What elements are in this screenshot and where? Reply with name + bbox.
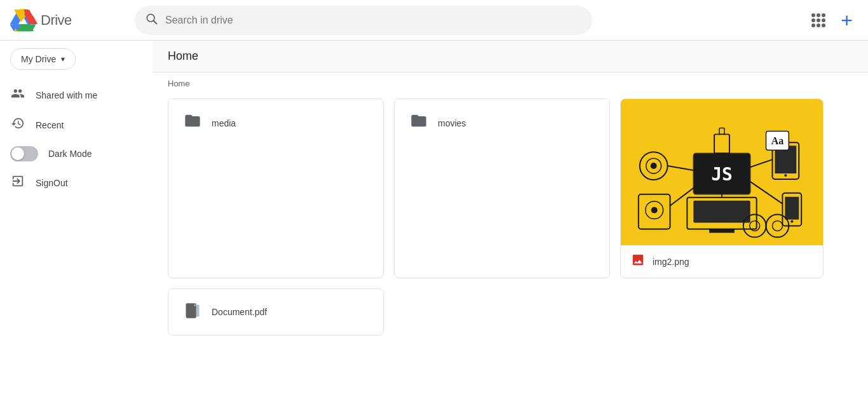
header: Drive + xyxy=(0,0,868,41)
shared-with-me-icon xyxy=(10,86,25,104)
sign-out-item[interactable]: SignOut xyxy=(0,168,153,198)
folder-icon xyxy=(410,112,428,134)
image-card-footer-img2: img2.png xyxy=(621,245,823,278)
file-card-movies-body: movies xyxy=(395,99,609,147)
sidebar-item-shared-with-me[interactable]: Shared with me xyxy=(0,80,145,110)
logo-text: Drive xyxy=(41,12,72,29)
file-name-media: media xyxy=(212,118,236,128)
svg-point-19 xyxy=(784,174,787,177)
recent-icon xyxy=(10,116,25,133)
svg-text:Aa: Aa xyxy=(771,135,783,146)
breadcrumb: Home xyxy=(153,72,868,98)
folder-icon xyxy=(184,112,201,134)
sign-out-label: SignOut xyxy=(36,178,68,188)
file-card-img2[interactable]: JS xyxy=(620,98,824,278)
grid-dots-icon xyxy=(811,13,825,27)
image-file-icon xyxy=(631,253,645,270)
sidebar-item-recent-label: Recent xyxy=(36,120,64,130)
pdf-file-icon xyxy=(184,302,201,322)
sidebar-item-shared-with-me-label: Shared with me xyxy=(36,90,97,100)
file-card-document-body: Document.pdf xyxy=(168,289,383,335)
file-name-img2: img2.png xyxy=(653,257,689,267)
svg-rect-6 xyxy=(693,201,750,223)
main-content: Home Home media xyxy=(153,41,868,420)
my-drive-label: My Drive xyxy=(21,54,56,64)
svg-rect-34 xyxy=(633,255,644,266)
svg-rect-36 xyxy=(196,305,200,317)
chevron-down-icon: ▾ xyxy=(61,55,65,64)
file-card-movies[interactable]: movies xyxy=(394,98,610,278)
sign-out-icon xyxy=(10,174,25,191)
svg-rect-7 xyxy=(709,229,735,233)
svg-point-23 xyxy=(790,220,793,223)
files-grid: media movies xyxy=(153,98,868,351)
file-card-media[interactable]: media xyxy=(168,98,384,278)
file-card-media-body: media xyxy=(168,99,383,147)
sidebar: My Drive ▾ Shared with me Recent D xyxy=(0,41,153,420)
svg-text:JS: JS xyxy=(711,164,733,185)
search-input[interactable] xyxy=(165,15,582,26)
drive-logo-triangle-icon xyxy=(13,10,38,31)
dark-mode-toggle[interactable] xyxy=(10,146,38,161)
apps-grid-button[interactable] xyxy=(806,8,831,32)
svg-line-1 xyxy=(154,21,157,24)
sidebar-item-recent[interactable]: Recent xyxy=(0,110,145,140)
svg-point-15 xyxy=(651,207,658,213)
logo-area: Drive xyxy=(10,8,125,33)
search-icon xyxy=(145,12,158,28)
dark-mode-label: Dark Mode xyxy=(48,149,92,159)
header-right: + xyxy=(806,8,858,33)
new-item-button[interactable]: + xyxy=(836,8,858,33)
svg-rect-22 xyxy=(785,197,799,220)
file-card-document[interactable]: Document.pdf xyxy=(168,288,384,335)
toggle-knob xyxy=(11,147,24,160)
file-name-movies: movies xyxy=(438,118,466,128)
js-diagram-svg: JS xyxy=(621,99,823,245)
dark-mode-item: Dark Mode xyxy=(0,140,153,168)
my-drive-button[interactable]: My Drive ▾ xyxy=(10,48,76,70)
image-preview-img2: JS xyxy=(621,99,823,245)
svg-point-11 xyxy=(651,163,657,169)
layout: My Drive ▾ Shared with me Recent D xyxy=(0,41,868,420)
file-name-document: Document.pdf xyxy=(212,307,267,317)
page-title: Home xyxy=(153,41,868,72)
search-bar[interactable] xyxy=(135,6,592,35)
